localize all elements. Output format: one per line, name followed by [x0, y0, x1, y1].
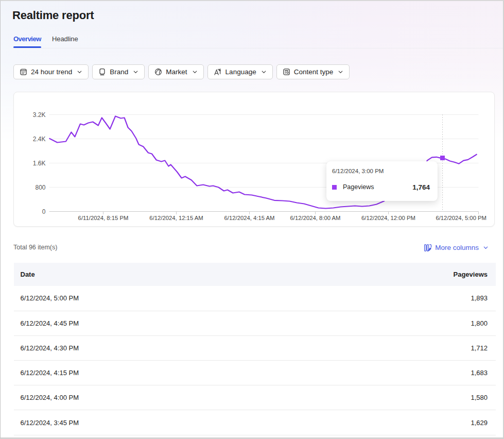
svg-text:6/11/2024, 8:15 PM: 6/11/2024, 8:15 PM: [78, 215, 128, 221]
svg-text:6/12/2024, 5:00 PM: 6/12/2024, 5:00 PM: [436, 215, 486, 221]
svg-text:6/12/2024, 12:15 AM: 6/12/2024, 12:15 AM: [149, 215, 203, 221]
svg-text:6/12/2024, 4:15 AM: 6/12/2024, 4:15 AM: [224, 215, 274, 221]
svg-text:800: 800: [35, 184, 45, 191]
svg-text:6/12/2024, 8:00 AM: 6/12/2024, 8:00 AM: [290, 215, 340, 221]
svg-text:1.6K: 1.6K: [32, 160, 45, 167]
svg-text:2.4K: 2.4K: [32, 136, 45, 143]
svg-text:0: 0: [42, 208, 45, 215]
svg-text:6/12/2024, 12:00 PM: 6/12/2024, 12:00 PM: [361, 215, 415, 221]
svg-text:3.2K: 3.2K: [32, 111, 45, 119]
